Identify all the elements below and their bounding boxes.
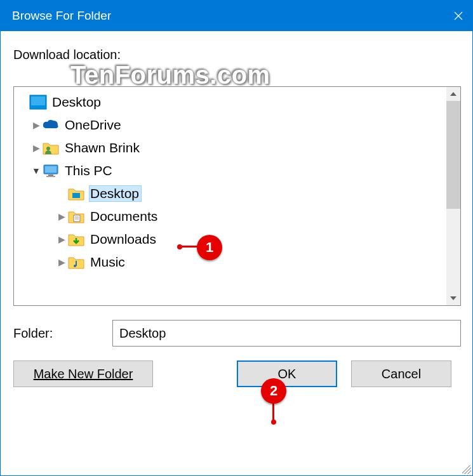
svg-rect-6 (45, 166, 57, 173)
chevron-right-icon[interactable]: ▶ (56, 211, 67, 221)
tree-body: Desktop ▶ OneDrive ▶ Sha (14, 87, 446, 305)
chevron-right-icon[interactable]: ▶ (30, 120, 42, 130)
close-button[interactable] (444, 1, 472, 31)
callout-2: 2 (261, 378, 286, 404)
svg-rect-8 (46, 176, 55, 177)
tree-label: Desktop (51, 94, 103, 110)
folder-field-label: Folder: (13, 326, 102, 341)
chevron-down-icon (450, 296, 456, 300)
scroll-down-button[interactable] (446, 291, 460, 305)
tree-item-documents[interactable]: ▶ Documents (14, 205, 446, 228)
this-pc-icon (42, 162, 60, 180)
watermark-text: TenForums.com (70, 61, 270, 89)
tree-scrollbar[interactable] (446, 87, 460, 305)
chevron-right-icon[interactable]: ▶ (56, 257, 67, 267)
tree-label: Desktop (89, 185, 142, 202)
tree-item-music[interactable]: ▶ Music (14, 251, 446, 274)
chevron-down-icon[interactable]: ▼ (30, 166, 42, 176)
dialog-buttons: Make New Folder OK Cancel (13, 360, 461, 387)
tree-label: This PC (63, 162, 115, 179)
tree-item-onedrive[interactable]: ▶ OneDrive (14, 114, 446, 136)
svg-rect-14 (76, 261, 77, 266)
tree-item-user[interactable]: ▶ Shawn Brink (14, 136, 446, 159)
folder-documents-icon (67, 208, 85, 225)
chevron-right-icon[interactable]: ▶ (30, 143, 42, 153)
tree-item-desktop[interactable]: Desktop (14, 182, 446, 205)
svg-rect-7 (48, 175, 53, 176)
titlebar[interactable]: Browse For Folder (1, 1, 472, 31)
scroll-up-button[interactable] (446, 87, 460, 101)
svg-rect-10 (74, 215, 80, 221)
folder-input[interactable] (112, 320, 461, 347)
tree-item-downloads[interactable]: ▶ Downloads (14, 228, 446, 251)
chevron-right-icon[interactable]: ▶ (56, 234, 67, 244)
svg-rect-9 (72, 193, 80, 198)
make-new-folder-label: Make New Folder (34, 367, 133, 381)
browse-folder-dialog: Browse For Folder Download location: Ten… (0, 0, 473, 476)
tree-label: Music (89, 254, 128, 270)
tree-label: Shawn Brink (63, 140, 142, 156)
svg-rect-3 (31, 96, 45, 105)
callout-dot-1 (177, 244, 182, 249)
user-folder-icon (42, 139, 60, 157)
ok-button[interactable]: OK (237, 360, 337, 387)
folder-tree[interactable]: Desktop ▶ OneDrive ▶ Sha (13, 86, 461, 306)
scroll-thumb[interactable] (446, 101, 460, 209)
callout-dot-2 (271, 420, 276, 425)
tree-item-this-pc[interactable]: ▼ This PC (14, 159, 446, 182)
download-location-label: Download location: (13, 48, 461, 62)
tree-label: Downloads (89, 231, 159, 248)
dialog-content: Download location: TenForums.com Desktop… (1, 31, 472, 475)
tree-label: Documents (89, 208, 160, 225)
monitor-desktop-icon (29, 93, 47, 111)
folder-music-icon (67, 253, 85, 271)
dialog-title: Browse For Folder (12, 9, 444, 23)
resize-grip-icon[interactable] (462, 465, 471, 474)
tree-label: OneDrive (63, 117, 124, 133)
folder-desktop-icon (67, 185, 85, 202)
callout-line-2 (272, 401, 274, 420)
tree-item-desktop-root[interactable]: Desktop (14, 91, 446, 114)
svg-point-4 (46, 147, 50, 150)
close-icon (454, 11, 463, 20)
chevron-up-icon (450, 92, 456, 96)
scroll-track[interactable] (446, 101, 460, 291)
make-new-folder-button[interactable]: Make New Folder (13, 360, 153, 387)
folder-row: Folder: (13, 320, 461, 347)
callout-1: 1 (197, 235, 222, 260)
onedrive-icon (42, 116, 60, 134)
callout-line-1 (180, 246, 199, 248)
cancel-button[interactable]: Cancel (351, 360, 451, 387)
folder-downloads-icon (67, 230, 85, 248)
